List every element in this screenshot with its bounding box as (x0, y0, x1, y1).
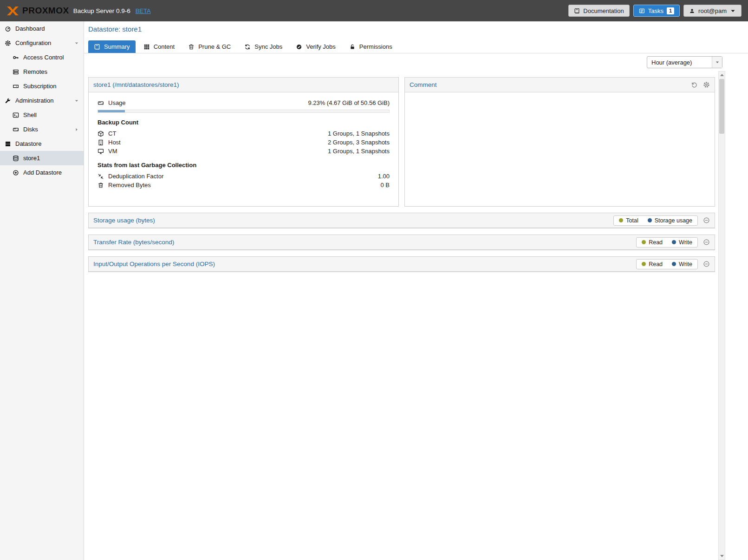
tasks-button[interactable]: Tasks 1 (633, 5, 680, 17)
beta-link[interactable]: BETA (136, 7, 151, 14)
sidebar-item-store1[interactable]: store1 (0, 151, 84, 165)
row-label: Host (108, 139, 121, 146)
tab-verify-jobs[interactable]: Verify Jobs (290, 40, 341, 53)
storage-usage-chart-header: Storage usage (bytes) TotalStorage usage (89, 213, 715, 228)
tab-strip: SummaryContentPrune & GCSync JobsVerify … (84, 34, 748, 53)
collapse-icon[interactable] (703, 217, 710, 224)
transfer-rate-legend: ReadWrite (636, 237, 698, 247)
vertical-scrollbar[interactable] (718, 71, 725, 560)
tab-summary[interactable]: Summary (88, 40, 136, 53)
user-menu-button[interactable]: root@pam (683, 5, 741, 17)
storage-usage-chart-panel: Storage usage (bytes) TotalStorage usage… (88, 213, 715, 228)
iops-chart-title: Input/Output Operations per Second (IOPS… (93, 260, 215, 267)
sidebar-item-label: Add Datastore (23, 169, 79, 176)
remotes-icon (13, 69, 19, 75)
legend-item-read[interactable]: Read (642, 261, 663, 267)
sidebar-item-dashboard[interactable]: Dashboard (0, 21, 84, 36)
caret-right-icon[interactable] (74, 127, 79, 132)
sidebar-item-subscription[interactable]: Subscription (0, 79, 84, 93)
row-value: 0 B (380, 182, 390, 189)
transfer-rate-chart-panel: Transfer Rate (bytes/second) ReadWrite 0… (88, 234, 715, 250)
row-label: Removed Bytes (108, 182, 151, 189)
comment-panel-header: Comment (405, 78, 715, 92)
sidebar-item-add-datastore[interactable]: Add Datastore (0, 165, 84, 180)
scroll-down-button[interactable] (719, 553, 725, 560)
comment-body[interactable] (405, 92, 715, 206)
book-icon (574, 8, 580, 14)
legend-item-storage-usage[interactable]: Storage usage (648, 217, 692, 224)
sidebar: DashboardConfigurationAccess ControlRemo… (0, 21, 84, 560)
tab-content[interactable]: Content (138, 40, 181, 53)
reload-icon[interactable] (691, 81, 698, 88)
scrollbar-thumb[interactable] (719, 79, 724, 134)
chevron-down-icon (730, 8, 736, 14)
chevron-down-icon[interactable] (712, 57, 722, 68)
sidebar-item-shell[interactable]: Shell (0, 108, 84, 122)
legend-dot (642, 262, 646, 266)
sidebar-item-access-control[interactable]: Access Control (0, 50, 84, 65)
sidebar-item-configuration[interactable]: Configuration (0, 36, 84, 50)
legend-item-total[interactable]: Total (619, 217, 638, 224)
comment-panel-title: Comment (410, 81, 437, 88)
backup-count-row-ct: CT1 Groups, 1 Snapshots (98, 129, 390, 138)
proxmox-x-icon (7, 6, 19, 16)
legend-label: Write (679, 261, 692, 267)
summary-panel-header: store1 (/mnt/datastores/store1) (89, 78, 398, 92)
legend-label: Write (679, 239, 692, 246)
row-label: CT (108, 130, 116, 137)
sidebar-item-label: Remotes (23, 68, 79, 75)
collapse-icon[interactable] (703, 239, 710, 246)
row-label: VM (108, 148, 117, 155)
legend-label: Total (626, 217, 638, 224)
sidebar-item-disks[interactable]: Disks (0, 122, 84, 137)
gear-icon[interactable] (703, 81, 710, 88)
tab-sync-jobs[interactable]: Sync Jobs (239, 40, 288, 53)
sidebar-item-label: Datastore (15, 140, 79, 147)
legend-dot (619, 218, 623, 222)
key-icon (13, 54, 19, 61)
brand-name: PROXMOX (22, 6, 69, 16)
storage-usage-legend: TotalStorage usage (613, 215, 698, 226)
sidebar-item-label: Access Control (23, 54, 79, 61)
legend-item-read[interactable]: Read (642, 239, 663, 246)
caret-down-icon[interactable] (74, 41, 79, 46)
desktop-icon (98, 148, 104, 155)
summary-panel-body: Usage9.23% (4.67 GiB of 50.56 GiB)Backup… (89, 92, 398, 206)
grid-icon (143, 44, 150, 50)
tab-permissions[interactable]: Permissions (344, 40, 398, 53)
usage-progress-bar (98, 110, 390, 113)
legend-dot (648, 218, 652, 222)
backup-count-row-host: Host2 Groups, 3 Snapshots (98, 138, 390, 147)
page-title: Datastore: store1 (88, 25, 748, 34)
caret-down-icon[interactable] (74, 98, 79, 103)
compress-icon (98, 173, 104, 180)
trash-icon (98, 182, 104, 189)
backup-count-row-vm: VM1 Groups, 1 Snapshots (98, 147, 390, 156)
sidebar-item-datastore[interactable]: Datastore (0, 137, 84, 151)
scroll-up-button[interactable] (719, 72, 725, 78)
collapse-icon[interactable] (703, 260, 710, 267)
row-value: 9.23% (4.67 GiB of 50.56 GiB) (308, 99, 390, 106)
legend-item-write[interactable]: Write (672, 239, 692, 246)
tasks-count-badge: 1 (667, 7, 674, 14)
plus-circle-icon (13, 169, 19, 176)
gear-icon (5, 40, 11, 46)
legend-dot (672, 240, 676, 244)
sidebar-item-label: Dashboard (15, 25, 79, 32)
tab-prune-gc[interactable]: Prune & GC (182, 40, 236, 53)
legend-item-write[interactable]: Write (672, 261, 692, 267)
transfer-rate-chart-title: Transfer Rate (bytes/second) (93, 239, 174, 246)
tasks-label: Tasks (648, 7, 663, 14)
tab-label: Permissions (359, 43, 392, 50)
disk-icon (13, 126, 19, 133)
comment-panel: Comment (404, 77, 715, 207)
tab-bar: SummaryContentPrune & GCSync JobsVerify … (88, 40, 748, 53)
sidebar-item-remotes[interactable]: Remotes (0, 65, 84, 79)
sidebar-item-administration[interactable]: Administration (0, 93, 84, 108)
timeframe-select[interactable]: Hour (average) (647, 56, 722, 68)
documentation-button[interactable]: Documentation (568, 5, 629, 17)
wrench-icon (5, 98, 11, 104)
sidebar-item-label: Configuration (15, 39, 70, 46)
disk-icon (98, 100, 104, 106)
datastore-icon (5, 141, 11, 147)
